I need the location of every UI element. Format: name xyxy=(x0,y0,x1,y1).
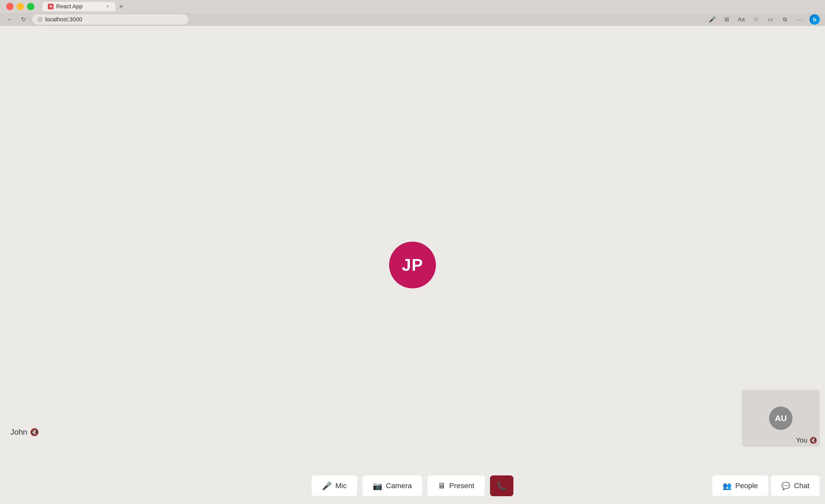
svg-point-0 xyxy=(40,19,41,20)
chat-label: Chat xyxy=(794,482,809,490)
people-icon: 👥 xyxy=(723,482,732,490)
address-bar-row: ← ↻ localhost:3000 🎤 ⊞ Aa ☆ ▭ ⧉ ··· b xyxy=(0,13,825,26)
tab-close-button[interactable]: × xyxy=(105,4,110,9)
right-controls: 👥 People 💬 Chat xyxy=(712,476,820,496)
address-bar[interactable]: localhost:3000 xyxy=(32,14,188,25)
mic-off-icon: 🎤 xyxy=(322,481,332,491)
favorites-icon[interactable]: ☆ xyxy=(751,15,760,24)
browser-titlebar: ⚛ React App × + xyxy=(0,0,825,13)
browser-tab-active[interactable]: ⚛ React App × xyxy=(43,2,116,11)
people-button[interactable]: 👥 People xyxy=(712,476,768,496)
main-participant-avatar: JP xyxy=(389,242,436,288)
browser-actions: 🎤 ⊞ Aa ☆ ▭ ⧉ ··· b xyxy=(707,14,820,25)
collections-icon[interactable]: ⧉ xyxy=(780,15,790,24)
tab-bar: ⚛ React App × + xyxy=(39,1,130,12)
participant-john-mute-icon: 🔇 xyxy=(30,428,39,436)
traffic-lights xyxy=(6,3,34,10)
control-bar: 🎤 Mic 📷 Camera 🖥 Present 📞 xyxy=(312,476,513,496)
reader-view-icon[interactable]: Aa xyxy=(737,15,746,24)
minimize-traffic-light[interactable] xyxy=(17,3,24,10)
tab-title-label: React App xyxy=(56,3,102,10)
new-tab-button[interactable]: + xyxy=(117,2,126,11)
participant-john-name: John xyxy=(10,428,27,436)
sidebar-icon[interactable]: ▭ xyxy=(766,15,775,24)
camera-button[interactable]: 📷 Camera xyxy=(362,476,422,496)
self-view-label-row: You 🔇 xyxy=(796,436,817,444)
camera-label: Camera xyxy=(386,482,412,490)
chat-button[interactable]: 💬 Chat xyxy=(771,476,820,496)
present-icon: 🖥 xyxy=(438,481,446,490)
self-mute-icon: 🔇 xyxy=(809,437,817,444)
present-label: Present xyxy=(449,482,474,490)
lock-icon xyxy=(38,17,43,22)
bing-copilot-icon[interactable]: b xyxy=(809,14,820,25)
video-call-area: JP John 🔇 AU You 🔇 🎤 Mic 📷 Camera 🖥 Pres… xyxy=(0,26,825,504)
more-actions-icon[interactable]: ··· xyxy=(795,15,804,24)
end-call-button[interactable]: 📞 xyxy=(490,476,513,496)
chat-icon: 💬 xyxy=(781,482,791,490)
split-view-icon[interactable]: ⊞ xyxy=(722,15,732,24)
mic-label: Mic xyxy=(335,482,347,490)
participant-john-label: John 🔇 xyxy=(10,428,39,436)
present-button[interactable]: 🖥 Present xyxy=(427,476,485,496)
tab-favicon-icon: ⚛ xyxy=(48,4,54,9)
self-you-text: You xyxy=(796,436,807,444)
maximize-traffic-light[interactable] xyxy=(27,3,34,10)
people-label: People xyxy=(735,482,758,490)
self-view-avatar: AU xyxy=(769,407,793,430)
camera-icon: 📷 xyxy=(373,481,382,491)
close-traffic-light[interactable] xyxy=(6,3,13,10)
url-text: localhost:3000 xyxy=(45,16,82,23)
mic-button[interactable]: 🎤 Mic xyxy=(312,476,357,496)
browser-chrome: ⚛ React App × + ← ↻ localhost:3000 🎤 ⊞ A… xyxy=(0,0,825,26)
end-call-icon: 📞 xyxy=(497,481,506,491)
back-button[interactable]: ← xyxy=(5,15,14,24)
refresh-button[interactable]: ↻ xyxy=(19,15,28,24)
microphone-browser-icon[interactable]: 🎤 xyxy=(707,15,717,24)
